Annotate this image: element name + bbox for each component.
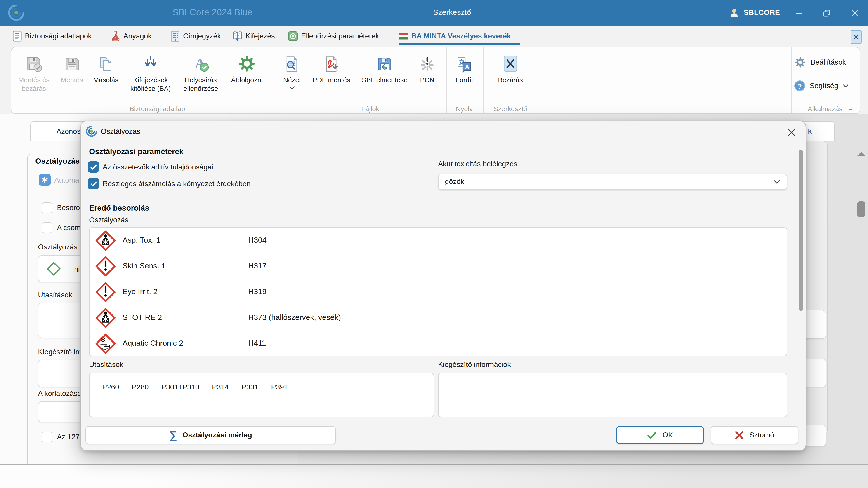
spellcheck-icon: A [192, 50, 210, 73]
restore-icon [823, 9, 830, 17]
p-code: P314 [212, 383, 229, 417]
supplementary-info-field[interactable] [438, 373, 787, 417]
classification-row[interactable]: STOT RE 2 H373 (hallószervek, vesék) [90, 305, 786, 331]
pdf-save-button[interactable]: PDF mentés [309, 50, 354, 104]
app-logo-icon [7, 4, 25, 22]
account-name[interactable]: SBLCORE [744, 8, 780, 17]
tab-biztonsagi-adatlapok[interactable]: Biztonsági adatlapok [13, 29, 92, 44]
pcn-button[interactable]: PCN [412, 50, 442, 104]
close-document-tab-button[interactable] [851, 30, 862, 44]
partial-conversion-checkbox[interactable] [88, 178, 99, 189]
control-parameters-icon [288, 31, 298, 41]
cancel-button[interactable]: Sztornó [711, 426, 798, 444]
tab-kifejezes[interactable]: Kifejezés [232, 29, 275, 44]
dialog-close-button[interactable] [784, 125, 799, 140]
datasheet-icon [13, 31, 22, 41]
rework-button[interactable]: Átdolgozni [225, 50, 269, 104]
precautionary-codes-field[interactable]: P260P280P301+P310P314P331P391 [89, 373, 434, 417]
svg-text:A: A [465, 64, 469, 70]
bg-panel-title: Osztályozás [35, 157, 80, 166]
ok-check-icon [647, 431, 657, 440]
group-menu-icon[interactable]: ≡ [848, 104, 852, 111]
tab-cimjegyzek[interactable]: Címjegyzék [171, 29, 221, 44]
hazard-class-name: Aquatic Chronic 2 [123, 339, 183, 348]
chevron-down-icon [773, 180, 780, 184]
hazard-statement-code: H373 (hallószervek, vesék) [248, 313, 341, 322]
hazard-class-name: STOT RE 2 [123, 313, 162, 322]
preview-button[interactable]: Nézet [276, 50, 308, 104]
minimize-button[interactable] [791, 6, 807, 20]
group-label-fajlok: Fájlok [361, 105, 379, 112]
balance-label: Osztályozási mérleg [182, 431, 252, 439]
classification-row[interactable]: Skin Sens. 1 H317 [90, 254, 786, 279]
help-icon: ? [794, 80, 805, 91]
group-divider [446, 47, 447, 113]
tab-ellenorzesi-parameterek[interactable]: Ellenőrzési paraméterek [288, 29, 379, 44]
group-label-nyelv: Nyelv [456, 105, 473, 112]
minimize-icon [796, 12, 802, 14]
ok-button[interactable]: OK [616, 426, 704, 444]
window-bottom-strip [0, 465, 868, 488]
classification-row[interactable]: Aquatic Chronic 2 H411 [90, 331, 786, 356]
dialog-logo-icon [86, 125, 98, 137]
tab-label: Ellenőrzési paraméterek [301, 32, 379, 40]
ok-label: OK [662, 431, 673, 439]
bg-auto-classify-icon [39, 174, 51, 186]
tab-label: Címjegyzék [183, 32, 221, 40]
close-editor-button[interactable]: Bezárás [487, 50, 534, 104]
sbl-save-icon [376, 50, 393, 73]
classification-balance-button[interactable]: ∑ Osztályozási mérleg [86, 426, 336, 444]
params-heading: Osztályozási paraméterek [89, 147, 184, 156]
flask-icon [111, 31, 120, 41]
ghs-pictogram-icon [95, 230, 116, 251]
dialog-scrollbar-thumb[interactable] [799, 150, 803, 311]
check-icon [89, 180, 97, 188]
classification-row[interactable]: Asp. Tox. 1 H304 [90, 228, 786, 254]
save-icon [63, 50, 81, 73]
settings-button[interactable]: Beállítások [794, 57, 846, 68]
document-tabbar: Biztonsági adatlapok Anyagok Címjegyzék [0, 26, 868, 47]
maximize-button[interactable] [819, 6, 834, 20]
additive-properties-label: Az összetevők aditív tulajdonságai [103, 163, 213, 171]
user-icon [729, 7, 740, 18]
copy-button[interactable]: Másolás [88, 50, 123, 104]
supplementary-label: Kiegészítő információk [438, 361, 511, 369]
p-code: P331 [241, 383, 258, 417]
classification-row[interactable]: Eye Irrit. 2 H319 [90, 279, 786, 305]
close-editor-icon [501, 50, 520, 73]
hazard-class-name: Skin Sens. 1 [123, 262, 166, 271]
inhalation-toxicity-select[interactable]: gőzök [438, 173, 787, 190]
inhalation-toxicity-label: Akut toxicitás belélegzés [438, 160, 517, 168]
scrollbar-up-arrow[interactable] [857, 152, 865, 156]
hungarian-flag-icon [399, 33, 408, 40]
tab-ba-minta-veszelyes-keverek[interactable]: BA MINTA Veszélyes keverék [399, 29, 511, 44]
pcn-icon [418, 50, 436, 73]
copy-icon [97, 50, 114, 73]
active-tab-underline [399, 43, 520, 45]
phrasebook-icon [232, 31, 242, 41]
sbl-save-button[interactable]: SBL elmentése [358, 50, 412, 104]
window-title: Szerkesztő [407, 8, 497, 17]
save-button: Mentés [56, 50, 88, 104]
chevron-down-icon [289, 86, 295, 90]
translate-button[interactable]: A Fordít [447, 50, 482, 104]
close-window-button[interactable] [847, 6, 863, 20]
main-scrollbar-thumb[interactable] [857, 201, 865, 217]
group-label-alkalmazas: Alkalmazás [808, 105, 842, 112]
p-code: P391 [271, 383, 288, 417]
fill-phrases-button[interactable]: Kifejezések kitöltése (BA) [125, 50, 176, 104]
ghs-pictogram-icon [95, 308, 116, 328]
fill-phrases-icon [142, 50, 160, 73]
app-title: SBLCore 2024 Blue [118, 7, 307, 18]
precautionary-label: Utasítások [89, 361, 123, 369]
hazard-class-name: Eye Irrit. 2 [123, 287, 158, 296]
help-button[interactable]: ? Segítség [794, 80, 848, 91]
dialog-title: Osztályozás [101, 127, 140, 135]
spellcheck-button[interactable]: A Helyesírás ellenőrzése [176, 50, 225, 104]
additive-properties-checkbox[interactable] [88, 161, 99, 173]
settings-gear-icon [794, 57, 806, 68]
classification-list: Asp. Tox. 1 H304 Skin Sens. 1 H317 Eye I… [89, 227, 787, 356]
tab-label: BA MINTA Veszélyes keverék [411, 32, 511, 40]
tab-anyagok[interactable]: Anyagok [111, 29, 152, 44]
hazard-statement-code: H411 [248, 339, 266, 348]
